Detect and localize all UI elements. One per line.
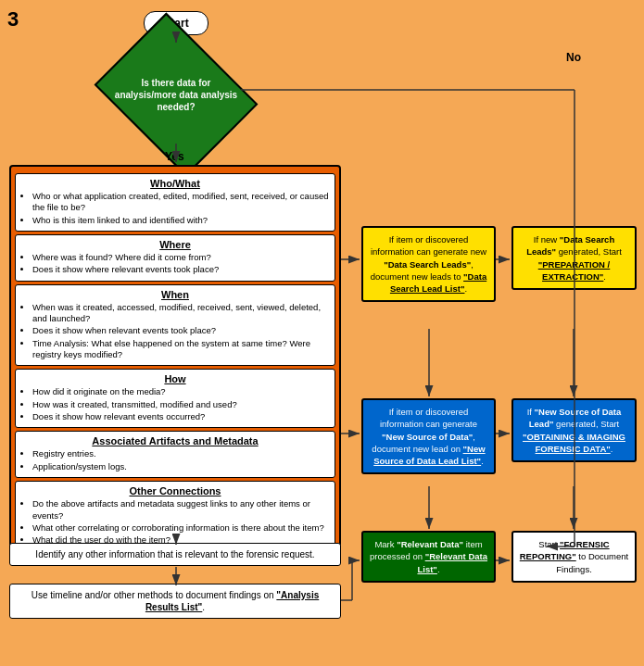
main-process-box: Who/What Who or what application created…: [9, 165, 341, 560]
identify-box: Identify any other information that is r…: [9, 543, 341, 566]
new-source-lead-label: "New Source of Data Lead": [529, 407, 622, 429]
relevant-data-label: "Relevant Data": [397, 539, 463, 549]
decision-diamond-container: Is there data for analysis/more data ana…: [102, 39, 250, 150]
no-label: No: [566, 51, 581, 64]
artifacts-title: Associated Artifacts and Metadata: [21, 435, 329, 446]
where-section: Where Where was it found? Where did it c…: [15, 234, 335, 282]
artifacts-content: Registry entries. Application/system log…: [21, 448, 329, 472]
yes-label: Yes: [165, 150, 184, 163]
when-content: When was it created, accessed, modified,…: [21, 302, 329, 361]
other-connections-content: Do the above artifacts and metadata sugg…: [21, 498, 329, 546]
forensic-reporting-box: Start "FORENSIC REPORTING" to Document F…: [511, 531, 637, 583]
identify-text: Identify any other information that is r…: [35, 549, 314, 559]
other-connections-title: Other Connections: [21, 485, 329, 496]
data-search-lead-box: If item or discovered information can ge…: [361, 226, 496, 302]
page-number: 3: [7, 7, 19, 31]
other-connections-section: Other Connections Do the above artifacts…: [15, 481, 335, 551]
when-title: When: [21, 289, 329, 300]
forensic-reporting-label: "FORENSIC REPORTING": [520, 539, 610, 561]
preparation-extraction-label: "PREPARATION / EXTRACTION": [538, 259, 611, 282]
new-source-label: "New Source of Data": [382, 432, 473, 442]
analysis-text-post: .: [202, 602, 205, 612]
new-source-lead-list-label: "New Source of Data Lead List": [373, 444, 485, 466]
where-content: Where was it found? Where did it come fr…: [21, 252, 329, 276]
how-section: How How did it originate on the media? H…: [15, 369, 335, 428]
data-search-leads-label: "Data Search Leads": [384, 259, 471, 270]
who-what-title: Who/What: [21, 178, 329, 189]
obtaining-box: If "New Source of Data Lead" generated, …: [511, 398, 637, 462]
new-source-data-box: If item or discovered information can ge…: [361, 398, 496, 474]
how-content: How did it originate on the media? How w…: [21, 386, 329, 422]
who-what-section: Who/What Who or what application created…: [15, 173, 335, 232]
artifacts-section: Associated Artifacts and Metadata Regist…: [15, 431, 335, 478]
data-search-lead-list-label: "Data Search Lead List": [390, 271, 486, 294]
who-what-content: Who or what application created, edited,…: [21, 191, 329, 226]
obtaining-imaging-label: "OBTAINING & IMAGING FORENSIC DATA": [523, 432, 625, 454]
data-search-leads-2-label: "Data Search Leads": [526, 234, 614, 257]
relevant-data-box: Mark "Relevant Data" item processed on "…: [361, 531, 496, 583]
decision-diamond-text: Is there data for analysis/more data ana…: [102, 77, 250, 113]
analysis-text-pre: Use timeline and/or other methods to doc…: [32, 590, 277, 600]
how-title: How: [21, 373, 329, 384]
when-section: When When was it created, accessed, modi…: [15, 284, 335, 367]
where-title: Where: [21, 239, 329, 250]
analysis-box: Use timeline and/or other methods to doc…: [9, 584, 341, 619]
relevant-data-list-label: "Relevant Data List": [417, 551, 487, 573]
preparation-box: If new "Data Search Leads" generated, St…: [511, 226, 637, 290]
